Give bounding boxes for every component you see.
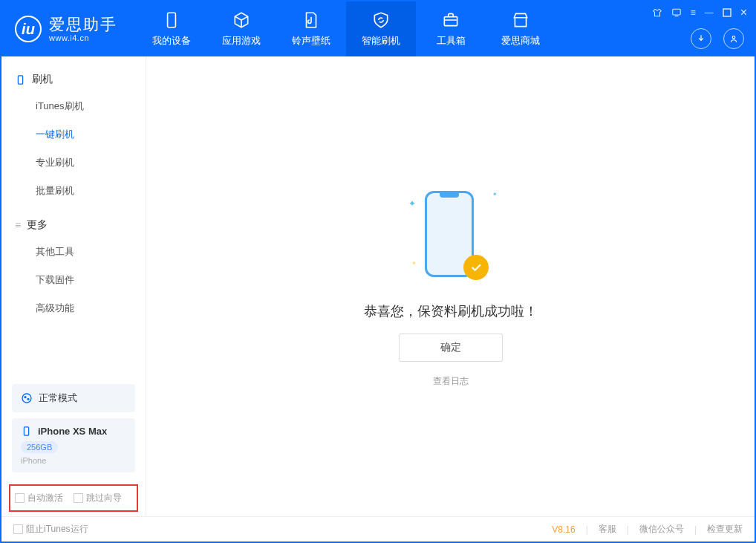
sidebar-item-advanced[interactable]: 高级功能 bbox=[1, 294, 146, 322]
checkbox-auto-activate[interactable]: 自动激活 bbox=[15, 492, 63, 504]
sidebar-section-flash: 刷机 bbox=[1, 67, 146, 92]
svg-rect-0 bbox=[168, 13, 176, 27]
user-icon[interactable] bbox=[723, 28, 744, 49]
logo-icon: iu bbox=[15, 16, 42, 42]
cube-icon bbox=[232, 10, 251, 30]
device-small-icon bbox=[21, 426, 32, 437]
sidebar-item-itunes-flash[interactable]: iTunes刷机 bbox=[1, 92, 146, 120]
sparkle-icon: ✦ bbox=[408, 198, 416, 209]
checkbox-label: 跳过向导 bbox=[86, 492, 122, 504]
sidebar-item-pro-flash[interactable]: 专业刷机 bbox=[1, 149, 146, 177]
app-window: iu 爱思助手 www.i4.cn 我的设备 应用游戏 铃声壁纸 智能刷机 bbox=[0, 0, 756, 543]
tab-toolbox[interactable]: 工具箱 bbox=[416, 1, 486, 56]
close-button[interactable]: × bbox=[740, 6, 747, 19]
footer-link-update[interactable]: 检查更新 bbox=[707, 523, 743, 536]
checkbox-block-itunes[interactable]: 阻止iTunes运行 bbox=[13, 523, 88, 536]
device-box[interactable]: iPhone XS Max 256GB iPhone bbox=[12, 418, 135, 472]
app-url: www.i4.cn bbox=[49, 33, 117, 42]
shirt-icon[interactable] bbox=[652, 7, 662, 18]
menu-icon[interactable]: ≡ bbox=[691, 7, 696, 18]
footer-right: V8.16 | 客服 | 微信公众号 | 检查更新 bbox=[552, 523, 743, 536]
tab-label: 我的设备 bbox=[152, 34, 191, 48]
tab-ringtones-wallpapers[interactable]: 铃声壁纸 bbox=[276, 1, 346, 56]
svg-rect-5 bbox=[18, 75, 22, 83]
sidebar-item-batch-flash[interactable]: 批量刷机 bbox=[1, 177, 146, 205]
sidebar-item-other-tools[interactable]: 其他工具 bbox=[1, 238, 146, 266]
svg-rect-1 bbox=[444, 17, 457, 26]
footer-link-support[interactable]: 客服 bbox=[599, 523, 616, 536]
svg-rect-3 bbox=[723, 9, 731, 16]
ok-button[interactable]: 确定 bbox=[399, 334, 503, 362]
header-right-icons bbox=[691, 28, 744, 49]
device-storage: 256GB bbox=[21, 441, 58, 453]
svg-point-8 bbox=[27, 398, 29, 400]
section-title: 刷机 bbox=[32, 73, 53, 86]
checkbox-icon bbox=[13, 524, 23, 534]
window-controls: ≡ — × bbox=[652, 6, 747, 19]
tab-my-device[interactable]: 我的设备 bbox=[137, 1, 206, 56]
svg-rect-9 bbox=[24, 427, 28, 435]
mode-label: 正常模式 bbox=[39, 391, 77, 405]
main-content: ✦ ✦ ✦ 恭喜您，保资料刷机成功啦！ 确定 查看日志 bbox=[146, 56, 755, 516]
tab-label: 铃声壁纸 bbox=[292, 34, 330, 48]
body: 刷机 iTunes刷机 一键刷机 专业刷机 批量刷机 ≡ 更多 其他工具 下载固… bbox=[1, 56, 755, 516]
sidebar-section-more: ≡ 更多 bbox=[1, 212, 146, 238]
device-icon bbox=[15, 74, 26, 85]
tab-apps-games[interactable]: 应用游戏 bbox=[206, 1, 276, 56]
footer: 阻止iTunes运行 V8.16 | 客服 | 微信公众号 | 检查更新 bbox=[1, 516, 755, 542]
list-icon: ≡ bbox=[15, 219, 21, 231]
sidebar-item-onekey-flash[interactable]: 一键刷机 bbox=[1, 120, 146, 149]
music-file-icon bbox=[302, 10, 321, 30]
tab-label: 爱思商城 bbox=[501, 34, 540, 48]
sparkle-icon: ✦ bbox=[411, 260, 417, 267]
device-name: iPhone XS Max bbox=[38, 426, 107, 437]
minimize-button[interactable]: — bbox=[705, 7, 714, 18]
toolbox-icon bbox=[441, 10, 460, 30]
tab-label: 工具箱 bbox=[437, 34, 466, 48]
phone-icon bbox=[162, 10, 181, 30]
checkbox-icon bbox=[15, 493, 25, 503]
tab-store[interactable]: 爱思商城 bbox=[486, 1, 555, 56]
logo: iu 爱思助手 www.i4.cn bbox=[1, 1, 131, 56]
version-label: V8.16 bbox=[552, 524, 575, 535]
refresh-shield-icon bbox=[371, 10, 391, 30]
tab-label: 智能刷机 bbox=[362, 34, 400, 48]
mode-box[interactable]: 正常模式 bbox=[12, 384, 135, 412]
feedback-icon[interactable] bbox=[671, 7, 682, 18]
mode-icon bbox=[21, 392, 33, 404]
svg-point-6 bbox=[22, 394, 31, 403]
app-name: 爱思助手 bbox=[49, 16, 117, 33]
store-icon bbox=[511, 10, 530, 30]
tab-smart-flash[interactable]: 智能刷机 bbox=[346, 1, 416, 56]
checkbox-icon bbox=[74, 493, 83, 503]
header: iu 爱思助手 www.i4.cn 我的设备 应用游戏 铃声壁纸 智能刷机 bbox=[1, 1, 755, 56]
maximize-button[interactable] bbox=[723, 8, 731, 17]
svg-point-4 bbox=[732, 36, 735, 39]
download-icon[interactable] bbox=[691, 28, 711, 49]
checkbox-label: 自动激活 bbox=[27, 492, 63, 504]
sparkle-icon: ✦ bbox=[492, 191, 498, 198]
check-badge-icon bbox=[463, 255, 489, 280]
checkbox-label: 阻止iTunes运行 bbox=[26, 523, 88, 536]
options-highlight: 自动激活 跳过向导 bbox=[9, 484, 138, 512]
success-message: 恭喜您，保资料刷机成功啦！ bbox=[364, 302, 538, 320]
checkbox-skip-guide[interactable]: 跳过向导 bbox=[74, 492, 122, 504]
nav-tabs: 我的设备 应用游戏 铃声壁纸 智能刷机 工具箱 爱思商城 bbox=[137, 1, 555, 56]
device-type: iPhone bbox=[21, 456, 126, 465]
section-title: 更多 bbox=[27, 218, 48, 232]
svg-point-7 bbox=[25, 397, 26, 398]
tab-label: 应用游戏 bbox=[222, 34, 261, 48]
footer-link-wechat[interactable]: 微信公众号 bbox=[639, 523, 684, 536]
logo-text: 爱思助手 www.i4.cn bbox=[49, 16, 117, 42]
view-log-link[interactable]: 查看日志 bbox=[433, 375, 469, 388]
success-illustration: ✦ ✦ ✦ bbox=[403, 185, 499, 289]
svg-rect-2 bbox=[672, 9, 680, 15]
sidebar: 刷机 iTunes刷机 一键刷机 专业刷机 批量刷机 ≡ 更多 其他工具 下载固… bbox=[1, 56, 146, 516]
sidebar-item-download-firmware[interactable]: 下载固件 bbox=[1, 266, 146, 294]
